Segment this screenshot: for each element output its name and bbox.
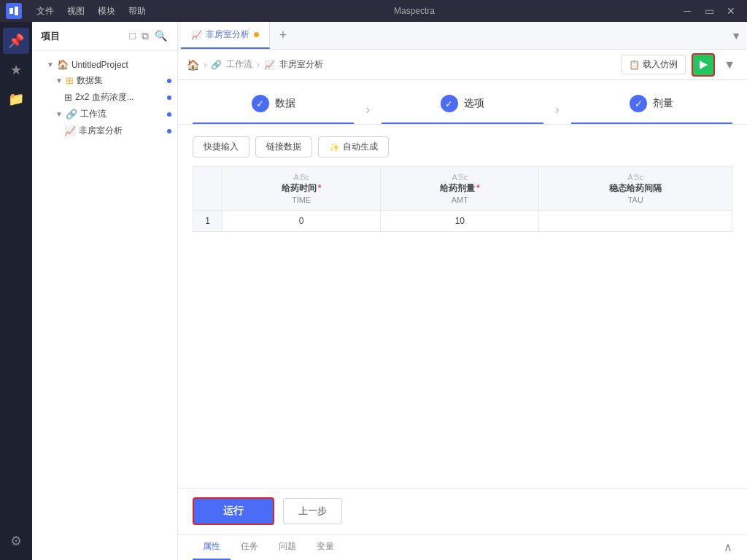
tab-analysis-icon: 📈 [191, 30, 201, 40]
sidebar-item-pin[interactable]: 📌 [3, 28, 29, 54]
auto-generate-label: 自动生成 [343, 141, 378, 153]
tree-label-table: 2x2 血药浓度... [75, 91, 134, 104]
menu-help[interactable]: 帮助 [123, 4, 152, 19]
svg-rect-0 [9, 8, 13, 14]
run-icon-button[interactable] [692, 53, 715, 77]
data-table: Aℬc 给药时间* TIME Aℬc 给药剂量* [193, 166, 732, 232]
breadcrumb-current-label: 非房室分析 [279, 58, 323, 71]
window-maximize[interactable]: ▭ [699, 1, 719, 21]
col-amt-required: * [476, 183, 480, 193]
tab-bar-right: ▼ [731, 22, 747, 49]
tree-item-analysis[interactable]: 📈 非房室分析 [32, 122, 177, 139]
tree-item-project[interactable]: ▼ 🏠 UntitledProject [32, 57, 177, 72]
quick-input-button[interactable]: 快捷输入 [193, 136, 249, 158]
cell-amt-1[interactable]: 10 [381, 211, 539, 232]
project-panel: 项目 □ ⧉ 🔍 ▼ 🏠 UntitledProject ▼ ⊞ 数据集 [32, 22, 178, 560]
toolbar-right: 📋 载入仿例 ▼ [621, 53, 738, 77]
breadcrumb-workflow-icon: 🔗 [211, 60, 222, 70]
sidebar-item-settings[interactable]: ⚙ [3, 528, 29, 554]
tree-label-workflow: 工作流 [80, 108, 107, 120]
breadcrumb-sep1: › [204, 60, 206, 70]
app-body: 📌 ★ 📁 ⚙ 项目 □ ⧉ 🔍 ▼ 🏠 UntitledProject ▼ ⊞ [0, 22, 747, 560]
chevron-dataset: ▼ [55, 77, 63, 85]
table-row: 1 0 10 [193, 211, 732, 232]
cell-tau-1[interactable] [539, 211, 732, 232]
table-toolbar: 快捷输入 链接数据 ✨ 自动生成 [193, 136, 732, 158]
auto-generate-button[interactable]: ✨ 自动生成 [318, 136, 389, 158]
step-dose-label: 剂量 [653, 97, 673, 110]
col-tau-sub: TAU [548, 195, 723, 204]
bottom-tabs: 属性 任务 问题 变量 ∧ [178, 534, 747, 560]
bottom-collapse-icon[interactable]: ∧ [724, 540, 732, 554]
load-label: 载入仿例 [643, 58, 678, 71]
menu-module[interactable]: 模块 [92, 4, 121, 19]
sidebar-item-folder[interactable]: 📁 [3, 86, 29, 112]
col-amt-sub: AMT [390, 195, 530, 204]
project-header: 项目 □ ⧉ 🔍 [32, 22, 177, 51]
bottom-tab-issues[interactable]: 问题 [268, 534, 306, 560]
quick-input-label: 快捷输入 [204, 141, 239, 153]
table-icon: ⊞ [64, 92, 72, 103]
tab-dot [254, 32, 259, 37]
table-dot [167, 96, 171, 100]
step-data[interactable]: ✓ 数据 [193, 95, 354, 124]
col-time-icon: Aℬc [293, 173, 309, 182]
breadcrumb-current-icon: 📈 [264, 60, 275, 70]
step-options-circle: ✓ [441, 95, 458, 112]
steps: ✓ 数据 › ✓ 选项 › ✓ 剂量 [193, 95, 732, 124]
load-button[interactable]: 📋 载入仿例 [621, 55, 686, 74]
link-data-button[interactable]: 链接数据 [255, 136, 312, 158]
titlebar: 文件 视图 模块 帮助 Maspectra ─ ▭ ✕ [0, 0, 747, 22]
bottom-tab-properties[interactable]: 属性 [193, 534, 231, 560]
col-header-tau: Aℬc 稳态给药间隔 TAU [539, 167, 732, 211]
tab-analysis-label: 非房室分析 [206, 28, 249, 41]
col-time-sub: TIME [231, 195, 371, 204]
tab-overflow-icon[interactable]: ▼ [731, 30, 741, 42]
tree-item-dataset[interactable]: ▼ ⊞ 数据集 [32, 72, 177, 89]
cell-num-1: 1 [193, 211, 222, 232]
project-search-icon[interactable]: 🔍 [153, 28, 169, 44]
analysis-dot [167, 129, 171, 133]
step-data-check: ✓ [256, 98, 264, 109]
col-time-main: 给药时间* [231, 182, 371, 195]
steps-area: ✓ 数据 › ✓ 选项 › ✓ 剂量 [178, 80, 747, 125]
project-header-icons: □ ⧉ 🔍 [128, 28, 169, 44]
toolbar-area: 🏠 › 🔗 工作流 › 📈 非房室分析 📋 载入仿例 ▼ [178, 50, 747, 80]
dataset-icon: ⊞ [66, 75, 74, 86]
bottom-tab-variables[interactable]: 变量 [306, 534, 344, 560]
step-options[interactable]: ✓ 选项 [382, 95, 543, 124]
bottom-tab-tasks[interactable]: 任务 [231, 534, 268, 560]
sidebar-item-star[interactable]: ★ [3, 57, 29, 83]
col-tau-icon: Aℬc [627, 173, 643, 182]
bottom-action-bar: 运行 上一步 [178, 488, 747, 534]
step-dose[interactable]: ✓ 剂量 [571, 95, 732, 124]
step-dose-circle: ✓ [630, 95, 647, 112]
window-minimize[interactable]: ─ [677, 1, 697, 21]
breadcrumb: 🏠 › 🔗 工作流 › 📈 非房室分析 [187, 58, 323, 71]
prev-button[interactable]: 上一步 [283, 498, 342, 524]
tab-analysis[interactable]: 📈 非房室分析 [181, 22, 270, 49]
step-data-label: 数据 [275, 97, 295, 110]
tree-item-workflow[interactable]: ▼ 🔗 工作流 [32, 106, 177, 122]
tree-item-table[interactable]: ⊞ 2x2 血药浓度... [32, 89, 177, 106]
project-new-icon[interactable]: □ [128, 28, 137, 44]
window-close[interactable]: ✕ [721, 1, 741, 21]
menu-view[interactable]: 视图 [61, 4, 90, 19]
cell-time-1[interactable]: 0 [222, 211, 381, 232]
menu-bar: 文件 视图 模块 帮助 [31, 4, 152, 19]
main-content: 📈 非房室分析 + ▼ 🏠 › 🔗 工作流 › 📈 非房室分析 [178, 22, 747, 560]
col-tau-main: 稳态给药间隔 [548, 182, 723, 195]
tab-add-button[interactable]: + [270, 22, 296, 49]
breadcrumb-home-icon[interactable]: 🏠 [187, 59, 199, 71]
menu-file[interactable]: 文件 [31, 4, 60, 19]
step-dose-check: ✓ [635, 98, 643, 109]
project-copy-icon[interactable]: ⧉ [140, 28, 150, 44]
more-icon[interactable]: ▼ [721, 55, 738, 74]
tree-label-dataset: 数据集 [77, 74, 103, 87]
breadcrumb-workflow-label[interactable]: 工作流 [226, 58, 252, 71]
dataset-dot [167, 79, 171, 83]
chevron-project: ▼ [47, 61, 54, 69]
chevron-workflow: ▼ [55, 110, 63, 118]
col-amt-icon: Aℬc [452, 173, 468, 182]
run-main-button[interactable]: 运行 [193, 497, 274, 525]
